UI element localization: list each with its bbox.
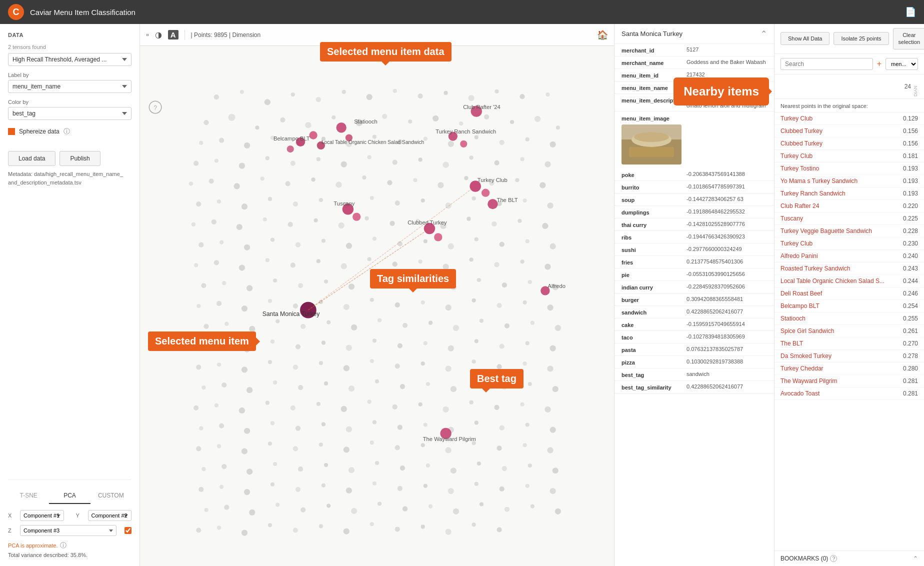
list-item[interactable]: Da Smoked Turkey 0.278 [774,350,924,362]
list-item[interactable]: Clubbed Turkey 0.156 [774,138,924,150]
scatter-plot[interactable]: ? [140,46,614,566]
nearby-item-name[interactable]: Yo Mama s Turkey Sandwich [780,178,858,184]
list-item[interactable]: Roasted Turkey Sandwich 0.243 [774,262,924,275]
search-add-icon[interactable]: + [877,60,882,68]
svg-point-289 [270,482,274,486]
svg-point-311 [453,508,459,514]
list-item[interactable]: Club Rafter 24 0.220 [774,200,924,212]
nearby-item-name[interactable]: Spice Girl Sandwich [780,328,834,334]
sphereize-help-icon[interactable]: ⓘ [64,127,70,136]
nearby-item-name[interactable]: Roasted Turkey Sandwich [780,265,850,272]
svg-point-144 [400,282,405,287]
nearby-list[interactable]: Turkey Club 0.129 Clubbed Turkey 0.156 C… [774,112,924,550]
nearby-item-name[interactable]: Local Table Organic Chicken Salad S... [780,278,884,284]
nearby-item-name[interactable]: Club Rafter 24 [780,202,819,210]
bookmarks-bar[interactable]: BOOKMARKS (0) ? ⌃ [774,550,924,566]
load-data-button[interactable]: Load data [8,151,56,166]
label-by-select[interactable]: menu_item_name [8,80,132,93]
nearby-item-name[interactable]: Turkey Cheddar [780,365,824,372]
list-item[interactable]: Turkey Club 0.230 [774,238,924,250]
nearby-item-name[interactable]: Da Smoked Turkey [780,352,832,360]
svg-point-33 [244,142,250,148]
home-icon[interactable]: 🏠 [597,30,608,40]
tab-tsne[interactable]: T-SNE [8,488,49,504]
isolate-points-button[interactable]: Isolate 25 points [834,32,888,45]
list-item[interactable]: Clubbed Turkey 0.156 [774,125,924,138]
list-item[interactable]: Alfredo Panini 0.240 [774,250,924,262]
nearby-item-name[interactable]: The BLT [780,340,803,347]
nearby-item-name[interactable]: Turkey Tostino [780,165,819,172]
list-item[interactable]: Turkey Ranch Sandwich 0.193 [774,188,924,200]
list-item[interactable]: Tuscany 0.225 [774,212,924,225]
svg-point-116 [448,244,454,250]
svg-point-20 [305,122,311,128]
nearby-item-name[interactable]: Alfredo Panini [780,252,818,260]
nearby-item-name[interactable]: Clubbed Turkey [780,140,822,147]
svg-point-339 [482,189,490,197]
sphereize-checkbox[interactable] [8,128,15,135]
nearby-item-name[interactable]: Turkey Club [780,240,812,247]
nearby-item-name[interactable]: Turkey Veggie Baguette Sandwich [780,228,872,234]
nearby-item-name[interactable]: Clubbed Turkey [780,128,822,134]
svg-point-185 [296,344,300,349]
select-rect-icon[interactable]: ▫ [146,30,149,40]
list-item[interactable]: Turkey Veggie Baguette Sandwich 0.228 [774,225,924,238]
nearby-item-name[interactable]: The Wayward Pilgrim [780,378,838,384]
svg-point-18 [255,126,259,130]
list-item[interactable]: Belcampo BLT 0.254 [774,300,924,312]
list-item[interactable]: Turkey Club 0.129 [774,112,924,125]
svg-point-46 [194,160,198,166]
list-item[interactable]: Statiooch 0.255 [774,312,924,325]
nearby-item-name[interactable]: Avocado Toast [780,390,820,397]
canvas-area[interactable]: ▫ ◑ A | Points: 9895 | Dimension 🏠 ? [140,24,614,566]
list-item[interactable]: Avocado Toast 0.281 [774,388,924,400]
bookmarks-chevron-icon[interactable]: ⌃ [913,555,918,562]
svg-point-307 [351,508,357,514]
list-item[interactable]: Local Table Organic Chicken Salad S... 0… [774,275,924,288]
list-item[interactable]: Turkey Tostino 0.193 [774,162,924,175]
list-item[interactable]: The BLT 0.270 [774,338,924,350]
list-item[interactable]: Turkey Club 0.181 [774,150,924,162]
pca-help-icon[interactable]: ⓘ [60,541,66,550]
nearby-item-name[interactable]: Statiooch [780,315,806,322]
svg-point-170 [300,324,306,329]
nearby-item-name[interactable]: Deli Roast Beef [780,290,822,297]
list-item[interactable]: Spice Girl Sandwich 0.261 [774,325,924,338]
label-icon[interactable]: A [168,30,178,40]
y-component-select[interactable]: Component #2 [88,510,132,521]
svg-point-241 [199,426,203,430]
svg-point-290 [296,487,300,492]
svg-point-10 [418,94,423,98]
tab-custom[interactable]: CUSTOM [90,488,132,504]
x-component-select[interactable]: Component #1 [20,510,64,521]
search-by-select[interactable]: men... [886,58,918,70]
nearby-item-name[interactable]: Tuscany [780,215,803,222]
nearby-item-name[interactable]: Belcampo BLT [780,302,820,310]
clear-selection-button[interactable]: Clear selection [893,28,924,50]
list-item[interactable]: Yo Mama s Turkey Sandwich 0.193 [774,175,924,188]
list-item[interactable]: Deli Roast Beef 0.246 [774,288,924,300]
svg-point-97 [338,222,344,228]
detail-close-icon[interactable]: ⌃ [760,29,767,38]
z-component-select[interactable]: Component #3 [20,525,116,536]
tab-pca[interactable]: PCA [49,488,90,504]
bookmarks-help-icon[interactable]: ? [830,555,837,562]
list-item[interactable]: Turkey Cheddar 0.280 [774,362,924,375]
svg-point-202 [344,365,350,371]
nearby-item-name[interactable]: Turkey Ranch Sandwich [780,190,846,197]
svg-point-41 [448,141,454,147]
color-by-select[interactable]: best_tag [8,107,132,120]
svg-point-205 [421,362,425,366]
publish-button[interactable]: Publish [60,151,100,166]
doc-icon[interactable]: 📄 [905,6,916,18]
list-item[interactable]: The Wayward Pilgrim 0.281 [774,375,924,388]
z-enabled-checkbox[interactable] [124,527,132,534]
nearby-item-score: 0.244 [903,278,918,284]
nearby-item-name[interactable]: Turkey Club [780,152,812,160]
tensor-select[interactable]: High Recall Threshold, Averaged ... [8,53,132,66]
night-mode-icon[interactable]: ◑ [155,30,162,40]
show-all-data-button[interactable]: Show All Data [780,32,830,45]
nearby-item-name[interactable]: Turkey Club [780,115,812,122]
search-input[interactable] [780,58,873,70]
detail-key-sushi: sushi [622,246,686,253]
